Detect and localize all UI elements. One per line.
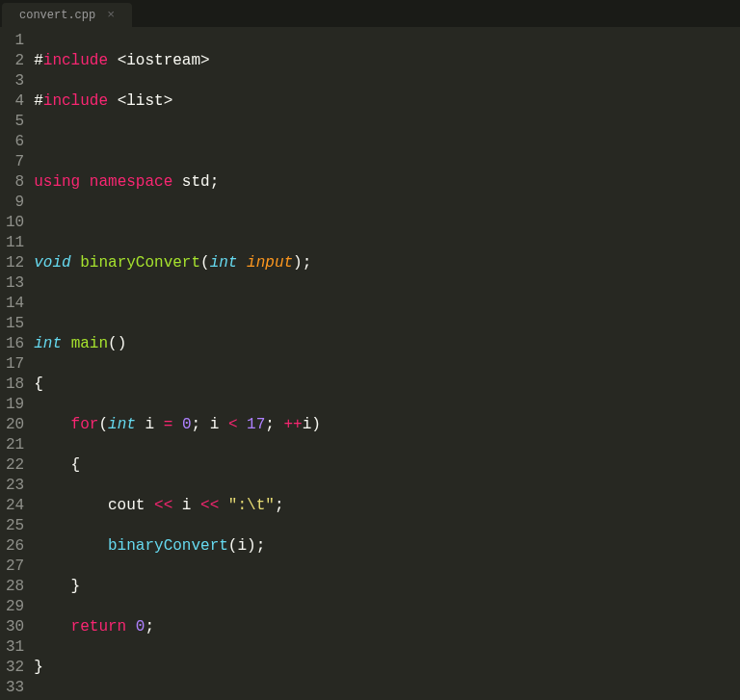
line-number: 5 (6, 112, 24, 132)
line-number: 25 (6, 516, 24, 536)
code-line: void binaryConvert(int input); (34, 253, 740, 273)
line-number: 19 (6, 395, 24, 415)
code-line: binaryConvert(i); (34, 536, 740, 557)
tab-title: convert.cpp (19, 9, 95, 22)
code-line: return 0; (34, 617, 740, 637)
line-number: 13 (6, 273, 24, 294)
line-number: 26 (6, 536, 24, 557)
close-icon[interactable]: × (107, 8, 115, 22)
line-number: 12 (6, 253, 24, 273)
code-line (34, 294, 740, 314)
code-line (34, 213, 740, 233)
tab-bar: convert.cpp × (0, 0, 740, 27)
line-number: 15 (6, 314, 24, 334)
line-number: 4 (6, 91, 24, 112)
code-line (34, 132, 740, 152)
line-number: 2 (6, 51, 24, 71)
line-number: 31 (6, 637, 24, 658)
code-content[interactable]: #include <iostream> #include <list> usin… (34, 27, 740, 700)
line-number: 23 (6, 476, 24, 496)
line-gutter: 1 2 3 4 5 6 7 8 9 10 11 12 13 14 15 16 1… (0, 27, 34, 700)
line-number: 20 (6, 415, 24, 435)
line-number: 29 (6, 597, 24, 617)
line-number: 11 (6, 233, 24, 253)
code-line: cout << i << ":\t"; (34, 496, 740, 516)
code-line: int main() (34, 334, 740, 354)
line-number: 8 (6, 172, 24, 193)
code-line: using namespace std; (34, 172, 740, 193)
line-number: 7 (6, 152, 24, 172)
line-number: 6 (6, 132, 24, 152)
line-number: 3 (6, 71, 24, 91)
line-number: 10 (6, 213, 24, 233)
code-line: #include <iostream> (34, 51, 740, 71)
code-line: { (34, 375, 740, 395)
code-line: #include <list> (34, 91, 740, 112)
line-number: 32 (6, 658, 24, 678)
editor-area: 1 2 3 4 5 6 7 8 9 10 11 12 13 14 15 16 1… (0, 27, 740, 700)
code-line: } (34, 658, 740, 678)
code-line: } (34, 577, 740, 597)
code-line: { (34, 455, 740, 476)
line-number: 28 (6, 577, 24, 597)
code-line: for(int i = 0; i < 17; ++i) (34, 415, 740, 435)
line-number: 18 (6, 375, 24, 395)
line-number: 30 (6, 617, 24, 637)
line-number: 21 (6, 435, 24, 455)
line-number: 9 (6, 193, 24, 213)
line-number: 1 (6, 31, 24, 51)
line-number: 27 (6, 557, 24, 577)
line-number: 14 (6, 294, 24, 314)
line-number: 17 (6, 354, 24, 375)
line-number: 16 (6, 334, 24, 354)
line-number: 24 (6, 496, 24, 516)
line-number: 33 (6, 678, 24, 698)
line-number: 22 (6, 455, 24, 476)
file-tab[interactable]: convert.cpp × (2, 3, 132, 27)
